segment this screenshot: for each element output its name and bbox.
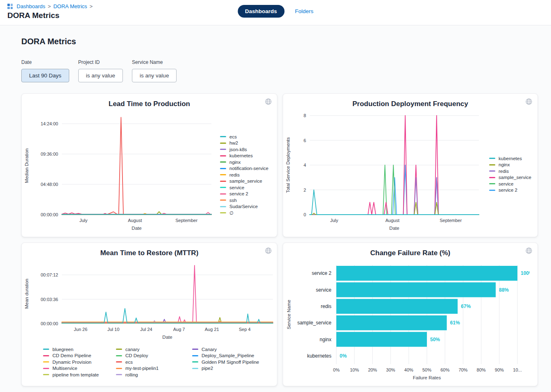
filter-date-label: Date bbox=[21, 59, 69, 65]
legend-item-service[interactable]: service bbox=[220, 184, 268, 191]
lead-time-chart: 00:00:0004:48:0009:36:0014:24:00JulyAugu… bbox=[23, 112, 218, 236]
legend-item-json-k8s[interactable]: json-k8s bbox=[220, 146, 268, 153]
legend-swatch bbox=[489, 183, 495, 184]
legend-label: Dynamic Provision bbox=[52, 360, 91, 365]
legend-item-service 2[interactable]: service 2 bbox=[489, 187, 531, 194]
deployment-frequency-chart: 02468JulyAugustSeptemberDateTotal Servic… bbox=[284, 112, 485, 236]
filter-date-value-button[interactable]: Last 90 Days bbox=[21, 69, 69, 82]
legend-item-sample_service[interactable]: sample_service bbox=[489, 174, 531, 181]
legend-swatch bbox=[220, 206, 226, 207]
legend-label: Golden PM Signoff Pipeline bbox=[202, 360, 259, 365]
globe-icon[interactable] bbox=[525, 98, 533, 105]
svg-text:0%: 0% bbox=[340, 353, 347, 359]
svg-text:Aug 7: Aug 7 bbox=[173, 327, 185, 332]
svg-text:00:07:12: 00:07:12 bbox=[41, 272, 58, 277]
breadcrumb-link-dora-metrics[interactable]: DORA Metrics bbox=[53, 3, 87, 9]
legend-item-CD Deploy[interactable]: CD Deploy bbox=[116, 353, 192, 359]
globe-icon[interactable] bbox=[265, 98, 272, 105]
legend-label: Canary bbox=[202, 347, 217, 352]
svg-text:Jul 10: Jul 10 bbox=[107, 327, 119, 332]
legend-swatch bbox=[220, 149, 226, 150]
legend-item-rolling[interactable]: rolling bbox=[116, 372, 192, 378]
filter-service-name-label: Service Name bbox=[132, 59, 177, 65]
legend-item-ssh[interactable]: ssh bbox=[220, 197, 268, 204]
legend-item-redis[interactable]: redis bbox=[220, 172, 268, 178]
filter-project-id-value-button[interactable]: is any value bbox=[78, 69, 123, 82]
legend-item-Canary[interactable]: Canary bbox=[192, 346, 259, 353]
legend-item-bluegreen[interactable]: bluegreen bbox=[43, 346, 116, 353]
legend-item-∅[interactable]: ∅ bbox=[220, 210, 268, 216]
legend-item-Multiservice[interactable]: Multiservice bbox=[43, 365, 116, 372]
legend-item-Golden PM Signoff Pipeline[interactable]: Golden PM Signoff Pipeline bbox=[192, 359, 259, 365]
tab-dashboards[interactable]: Dashboards bbox=[238, 5, 284, 18]
legend-item-redis[interactable]: redis bbox=[489, 168, 531, 174]
svg-text:50%: 50% bbox=[430, 337, 440, 342]
legend-swatch bbox=[43, 355, 49, 356]
svg-text:August: August bbox=[128, 218, 142, 223]
bar-service 2 bbox=[336, 266, 517, 281]
legend-label: service bbox=[229, 185, 244, 190]
legend-item-Dynamic Provision[interactable]: Dynamic Provision bbox=[43, 359, 116, 365]
legend-label: Multiservice bbox=[52, 366, 77, 371]
legend-swatch bbox=[116, 355, 122, 356]
legend-item-canary[interactable]: canary bbox=[116, 346, 192, 353]
legend-swatch bbox=[43, 349, 49, 350]
legend-swatch bbox=[116, 361, 122, 363]
legend-swatch bbox=[489, 177, 495, 178]
legend-item-kubernetes[interactable]: kubernetes bbox=[220, 153, 268, 159]
svg-text:sample_service: sample_service bbox=[297, 320, 332, 326]
svg-text:Date: Date bbox=[132, 226, 141, 231]
legend-item-service 2[interactable]: service 2 bbox=[220, 191, 268, 197]
legend-item-my-test-pipelin1[interactable]: my-test-pipelin1 bbox=[116, 365, 192, 372]
filter-service-name-value-button[interactable]: is any value bbox=[132, 69, 177, 82]
card-lead-time-to-production: Lead Time to Production 00:00:0004:48:00… bbox=[21, 93, 277, 237]
legend-swatch bbox=[489, 190, 495, 191]
svg-text:Median Duration: Median Duration bbox=[24, 148, 29, 183]
chart-title: Production Deployment Frequency bbox=[283, 100, 537, 108]
legend-item-ecs[interactable]: ecs bbox=[220, 134, 268, 140]
legend-item-SudarService[interactable]: SudarService bbox=[220, 204, 268, 210]
legend-label: pipeline from template bbox=[52, 372, 99, 377]
legend-label: canary bbox=[125, 347, 140, 352]
legend-item-CD Demo Pipeline[interactable]: CD Demo Pipeline bbox=[43, 353, 116, 359]
legend-item-sample_service[interactable]: sample_service bbox=[220, 178, 268, 185]
svg-text:Date: Date bbox=[389, 226, 399, 231]
change-failure-rate-chart: 0%10%20%30%40%50%60%70%80%90%10...servic… bbox=[284, 259, 530, 384]
svg-text:Aug 21: Aug 21 bbox=[205, 327, 219, 332]
svg-text:67%: 67% bbox=[461, 304, 471, 309]
filter-project-id-label: Project ID bbox=[78, 59, 123, 65]
breadcrumb-link-dashboards[interactable]: Dashboards bbox=[17, 3, 45, 9]
legend-item-Deploy_Sample_Pipeline[interactable]: Deploy_Sample_Pipeline bbox=[192, 353, 259, 359]
globe-icon[interactable] bbox=[525, 247, 533, 254]
legend-item-ecs[interactable]: ecs bbox=[116, 359, 192, 365]
legend-swatch bbox=[116, 374, 122, 375]
chart-title: Lead Time to Production bbox=[22, 100, 277, 108]
svg-text:00:00:00: 00:00:00 bbox=[41, 212, 58, 217]
legend-item-pipe2[interactable]: pipe2 bbox=[192, 365, 259, 372]
card-change-failure-rate: Change Failure Rate (%) 0%10%20%30%40%50… bbox=[283, 242, 538, 386]
bar-sample_service bbox=[336, 315, 447, 330]
legend-item-pipeline from template[interactable]: pipeline from template bbox=[43, 372, 116, 378]
page-title: DORA Metrics bbox=[21, 37, 538, 46]
tab-folders[interactable]: Folders bbox=[295, 8, 313, 14]
legend-swatch bbox=[220, 168, 226, 169]
globe-glyph bbox=[265, 98, 272, 105]
filter-service-name: Service Name is any value bbox=[132, 59, 177, 82]
legend-label: redis bbox=[499, 169, 509, 174]
svg-text:Jul 24: Jul 24 bbox=[140, 327, 152, 332]
legend-item-kubernetes[interactable]: kubernetes bbox=[489, 155, 531, 162]
svg-text:2: 2 bbox=[304, 188, 306, 193]
legend-item-notification-service[interactable]: notification-service bbox=[220, 165, 268, 172]
legend-item-nginx[interactable]: nginx bbox=[220, 159, 268, 165]
svg-text:service: service bbox=[316, 287, 331, 293]
svg-text:70%: 70% bbox=[458, 367, 467, 372]
svg-text:July: July bbox=[330, 218, 338, 223]
legend-item-service[interactable]: service bbox=[489, 181, 531, 187]
legend-label: pipe2 bbox=[202, 366, 213, 371]
legend-item-nginx[interactable]: nginx bbox=[489, 162, 531, 168]
legend-label: bluegreen bbox=[52, 347, 73, 352]
legend-item-hw2[interactable]: hw2 bbox=[220, 140, 268, 147]
mttr-legend: bluegreenCD Demo PipelineDynamic Provisi… bbox=[43, 346, 259, 378]
filter-date: Date Last 90 Days bbox=[21, 59, 69, 82]
globe-icon[interactable] bbox=[265, 247, 272, 254]
